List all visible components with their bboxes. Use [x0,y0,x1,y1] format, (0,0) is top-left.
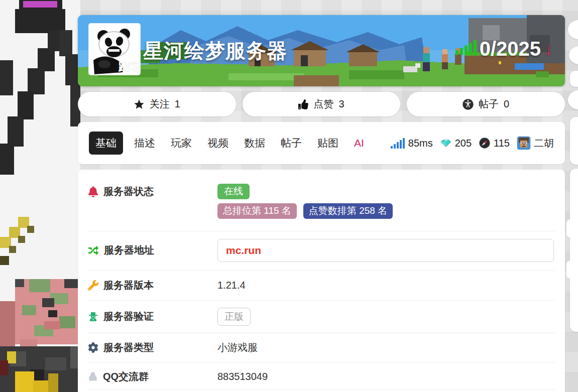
like-label: 点赞 [313,97,333,111]
posts-count: 0 [504,98,509,110]
tab-videos[interactable]: 视频 [203,132,233,155]
player-count-group: 0/2025 ↓ [455,38,553,60]
qq-penguin-icon [88,371,98,382]
owner-avatar [517,137,530,150]
server-quick-stats: 85ms 205 115 [391,137,554,150]
bell-icon [88,186,98,197]
ping-signal-icon [391,138,405,149]
row-server-verify: 服务器验证 正版 [88,301,555,333]
row-server-address: 服务器地址 mc.run [88,231,555,271]
follow-label: 关注 [150,97,170,111]
player-count: 0/2025 [480,38,541,60]
universal-access-icon [463,99,474,110]
row-server-version: 服务器版本 1.21.4 [88,271,555,301]
online-badge: 在线 [217,184,250,199]
tab-basic[interactable]: 基础 [89,132,123,155]
spy-icon [88,311,98,322]
row-server-status: 服务器状态 在线 总排位第 115 名 点赞数排第 258 名 [88,170,555,231]
tab-ai[interactable]: AI [350,133,369,154]
tab-bar: 基础 描述 玩家 视频 数据 帖子 贴图 AI [89,132,375,155]
tab-data[interactable]: 数据 [240,132,270,155]
floating-widget[interactable] [566,260,574,279]
banner-signal-icon [455,40,477,55]
action-buttons-row: 关注 1 点赞 3 帖子 0 [78,92,565,116]
server-title: 星河绘梦服务器 [143,37,287,65]
star-icon [134,99,145,110]
thumbs-up-icon [298,99,308,109]
ping-value: 85ms [408,138,433,149]
shuffle-icon [88,245,99,255]
row-partial-clipped [88,390,555,392]
panda-meme-avatar-image: 跑路 [89,24,140,74]
rank-badge: 总排位第 115 名 [217,203,297,219]
owner-chip[interactable]: 二胡 [517,137,554,150]
tab-players[interactable]: 玩家 [166,132,196,155]
trend-down-arrow-icon: ↓ [544,38,553,60]
type-label: 服务器类型 [103,341,154,354]
server-address-value: mc.run [226,244,261,256]
follow-button[interactable]: 关注 1 [78,92,236,116]
server-page: 跑路 星河绘梦服务器 0/2025 ↓ 关注 1 点赞 3 [78,0,565,392]
row-server-type: 服务器类型 小游戏服 [88,333,555,362]
like-rank-badge: 点赞数排第 258 名 [303,203,393,219]
qq-value: 883513049 [217,371,555,382]
server-info-card: 服务器状态 在线 总排位第 115 名 点赞数排第 258 名 服务器地址 mc… [78,170,565,392]
avatar-caption-text: 跑路 [118,61,140,72]
floating-widget[interactable] [566,219,574,237]
minecraft-wallpaper-art [0,0,80,392]
tab-gallery[interactable]: 贴图 [313,132,343,155]
tab-posts[interactable]: 帖子 [276,132,306,155]
gear-icon [88,342,98,353]
server-banner: 跑路 星河绘梦服务器 0/2025 ↓ [78,15,565,86]
server-address-input[interactable]: mc.run [217,239,554,262]
compass-icon [479,138,490,149]
version-label: 服务器版本 [103,279,154,292]
tab-description[interactable]: 描述 [130,132,160,155]
status-label: 服务器状态 [103,185,154,198]
status-badges: 在线 总排位第 115 名 点赞数排第 258 名 [217,184,555,219]
qq-label: QQ交流群 [103,370,149,383]
follow-count: 1 [175,98,180,110]
compass-count: 115 [494,138,510,149]
floating-widget[interactable] [570,117,578,165]
row-qq-group: QQ交流群 883513049 [88,362,555,390]
owner-name: 二胡 [534,137,554,150]
verify-label: 服务器验证 [103,310,154,323]
diamond-count: 205 [455,138,472,149]
like-count: 3 [338,98,344,110]
steve-avatar-icon [517,137,530,150]
posts-button[interactable]: 帖子 0 [407,92,565,116]
posts-label: 帖子 [479,97,499,111]
wrench-icon [88,280,98,291]
server-avatar: 跑路 [89,24,140,74]
address-label: 服务器地址 [104,243,154,257]
version-value: 1.21.4 [217,280,555,291]
type-value: 小游戏服 [217,341,555,354]
like-button[interactable]: 点赞 3 [243,92,401,116]
nav-card: 基础 描述 玩家 视频 数据 帖子 贴图 AI 85ms 205 [78,122,565,164]
floating-widget[interactable] [570,169,578,332]
floating-widget[interactable] [570,71,578,87]
genuine-badge: 正版 [217,308,251,326]
diamond-icon [440,140,451,147]
